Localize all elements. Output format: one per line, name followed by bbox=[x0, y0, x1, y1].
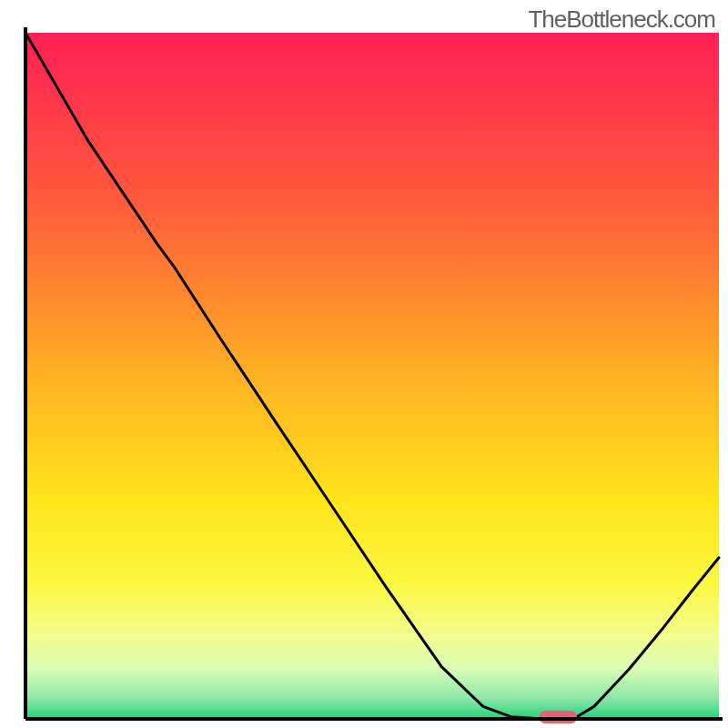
chart-svg bbox=[0, 0, 728, 728]
svg-rect-0 bbox=[25, 33, 719, 719]
bottleneck-chart: TheBottleneck.com bbox=[0, 0, 728, 728]
watermark-text: TheBottleneck.com bbox=[528, 5, 715, 34]
